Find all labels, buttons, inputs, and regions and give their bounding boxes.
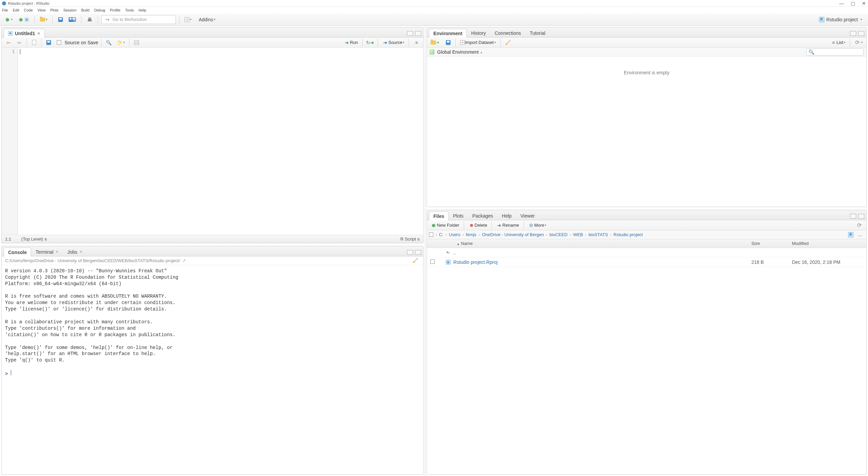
scope-selector[interactable]: (Top Level) ⇅ xyxy=(21,236,47,242)
window-close-button[interactable]: ✕ xyxy=(862,1,866,6)
more-dropdown[interactable]: ⚙ More ▾ xyxy=(527,221,548,230)
nav-back-button[interactable]: ⇦ xyxy=(4,38,13,47)
rerun-button[interactable]: ↻➔ xyxy=(365,38,375,47)
view-mode-dropdown[interactable]: List ▾ xyxy=(829,38,847,47)
menu-debug[interactable]: Debug xyxy=(94,8,105,12)
tab-jobs[interactable]: Jobs✕ xyxy=(63,247,87,256)
file-row[interactable]: R Rstudio project.Rproj 218 B Dec 16, 20… xyxy=(427,257,866,267)
col-name-header[interactable]: ▲ Name xyxy=(443,241,751,246)
tab-tutorial[interactable]: Tutorial xyxy=(525,28,550,37)
pane-minimize-button[interactable] xyxy=(850,214,856,219)
menu-profile[interactable]: Profile xyxy=(110,8,120,12)
menu-code[interactable]: Code xyxy=(24,8,33,12)
save-source-button[interactable] xyxy=(44,38,53,47)
path-more-button[interactable]: … xyxy=(855,230,864,239)
new-folder-button[interactable]: ⊕ New Folder xyxy=(429,221,461,230)
breadcrumb-segment[interactable]: bioSTATS xyxy=(588,232,608,237)
close-tab-icon[interactable]: ✕ xyxy=(55,250,58,254)
menu-session[interactable]: Session xyxy=(63,8,76,12)
close-tab-icon[interactable]: ✕ xyxy=(37,31,40,36)
console-output[interactable]: R version 4.0.3 (2020-10-10) -- "Bunny-W… xyxy=(2,265,423,474)
env-search-input[interactable]: 🔍 xyxy=(806,48,864,56)
import-dataset-dropdown[interactable]: Import Dataset ▾ xyxy=(458,38,497,47)
open-file-button[interactable]: ▾ xyxy=(38,15,49,24)
save-workspace-button[interactable] xyxy=(444,38,453,47)
addins-dropdown[interactable]: Addins ▾ xyxy=(195,15,219,24)
col-modified-header[interactable]: Modified xyxy=(792,241,866,246)
console-prompt: > xyxy=(5,371,8,377)
refresh-files-button[interactable] xyxy=(855,221,864,230)
code-tools-button[interactable]: ✨▾ xyxy=(115,38,126,47)
refresh-env-button[interactable]: ▾ xyxy=(853,38,864,47)
pane-minimize-button[interactable] xyxy=(850,31,856,36)
separator xyxy=(179,16,179,24)
window-min-button[interactable]: — xyxy=(839,1,844,6)
breadcrumb-segment[interactable]: WEB xyxy=(573,232,583,237)
menu-plots[interactable]: Plots xyxy=(50,8,58,12)
project-menu[interactable]: R Rstudio project ▾ xyxy=(819,17,865,22)
grid-layout-button[interactable]: ▾ xyxy=(183,15,193,24)
breadcrumb-segment[interactable]: OneDrive - University of Bergen xyxy=(482,232,544,237)
pane-maximize-button[interactable] xyxy=(415,31,421,36)
save-button[interactable] xyxy=(56,15,65,24)
source-on-save-checkbox[interactable] xyxy=(54,38,63,47)
source-button[interactable]: ➔Source▾ xyxy=(381,38,406,47)
env-scope-dropdown[interactable]: Global Environment ▾ xyxy=(437,49,482,55)
console-path-arrow-icon[interactable]: ⇗ xyxy=(182,258,186,263)
run-button[interactable]: ➔Run xyxy=(342,38,360,47)
go-to-project-dir-button[interactable]: R xyxy=(848,232,853,237)
file-row-up[interactable]: ⬑ .. xyxy=(427,248,866,257)
select-all-checkbox[interactable] xyxy=(429,232,433,237)
tab-help[interactable]: Help xyxy=(498,211,516,220)
menu-help[interactable]: Help xyxy=(139,8,146,12)
col-size-header[interactable]: Size xyxy=(751,241,792,246)
goto-file-function-input[interactable]: ↪ Go to file/function xyxy=(101,15,176,24)
menu-edit[interactable]: Edit xyxy=(13,8,19,12)
breadcrumb-segment[interactable]: C: xyxy=(439,232,443,237)
file-name[interactable]: Rstudio project.Rproj xyxy=(453,259,751,265)
tab-connections[interactable]: Connections xyxy=(490,28,525,37)
tab-environment[interactable]: Environment xyxy=(429,29,467,37)
source-tab-untitled[interactable]: R Untitled1 ✕ xyxy=(4,29,45,37)
filetype-selector[interactable]: R Script ⇅ xyxy=(400,236,420,242)
clear-workspace-button[interactable]: 🧹 xyxy=(503,38,513,47)
new-file-button[interactable]: ⊕▾ xyxy=(3,15,14,24)
load-workspace-button[interactable]: ➔ xyxy=(429,38,442,47)
window-max-button[interactable]: ▢ xyxy=(851,1,855,6)
pane-minimize-button[interactable] xyxy=(407,250,413,255)
breadcrumb-segment[interactable]: femjs xyxy=(466,232,476,237)
pane-maximize-button[interactable] xyxy=(415,250,421,255)
find-replace-button[interactable]: 🔍 xyxy=(104,38,114,47)
clear-console-button[interactable]: 🧹 xyxy=(410,256,420,265)
compile-report-button[interactable] xyxy=(132,38,141,47)
nav-forward-button[interactable]: ⇨ xyxy=(15,38,24,47)
tab-history[interactable]: History xyxy=(467,28,490,37)
show-in-new-window-button[interactable] xyxy=(30,38,39,47)
outline-button[interactable] xyxy=(412,38,421,47)
tab-packages[interactable]: Packages xyxy=(468,211,497,220)
tab-viewer[interactable]: Viewer xyxy=(516,211,539,220)
close-tab-icon[interactable]: ✕ xyxy=(79,250,82,254)
new-project-button[interactable]: ⊕R xyxy=(16,15,31,24)
pane-maximize-button[interactable] xyxy=(858,214,864,219)
pane-minimize-button[interactable] xyxy=(407,31,413,36)
tab-console[interactable]: Console xyxy=(4,248,31,256)
delete-button[interactable]: ⊗ Delete xyxy=(467,221,489,230)
breadcrumb-segment[interactable]: Rstudio project xyxy=(613,232,643,237)
tab-terminal[interactable]: Terminal✕ xyxy=(31,247,63,256)
menu-view[interactable]: View xyxy=(38,8,46,12)
rename-button[interactable]: ➔ Rename xyxy=(495,221,521,230)
menu-tools[interactable]: Tools xyxy=(125,8,134,12)
print-button[interactable]: 🖶 xyxy=(85,15,94,24)
tab-files[interactable]: Files xyxy=(429,211,449,220)
breadcrumb-segment[interactable]: Users xyxy=(449,232,460,237)
menu-file[interactable]: File xyxy=(2,8,8,12)
breadcrumb-segment[interactable]: bioCEED xyxy=(550,232,568,237)
tab-plots[interactable]: Plots xyxy=(449,211,468,220)
file-modified: Dec 16, 2020, 2:18 PM xyxy=(792,259,866,265)
save-all-button[interactable] xyxy=(67,15,78,24)
menu-build[interactable]: Build xyxy=(81,8,89,12)
pane-maximize-button[interactable] xyxy=(858,31,864,36)
editor-area[interactable]: 1 xyxy=(2,48,423,235)
file-checkbox[interactable] xyxy=(430,259,435,264)
